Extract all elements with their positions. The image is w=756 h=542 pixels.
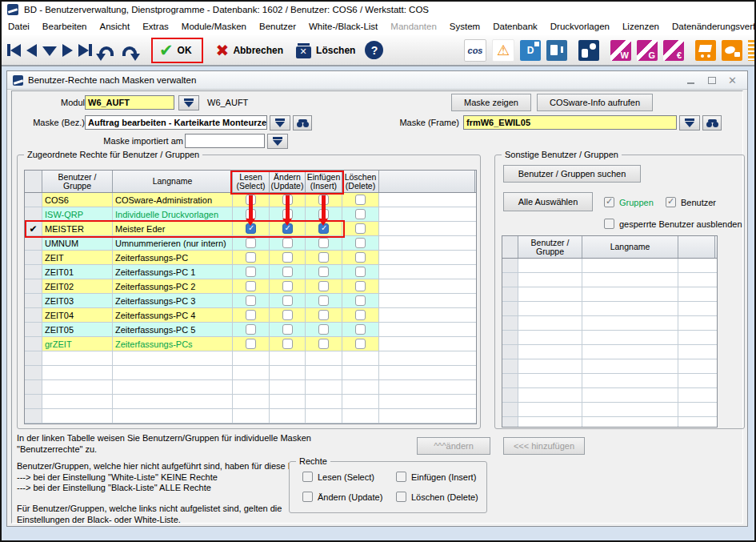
row-loeschen-cell[interactable] bbox=[342, 294, 379, 307]
row-user-cell[interactable] bbox=[42, 366, 113, 379]
row-longname-cell[interactable] bbox=[113, 366, 233, 379]
einfuegen-checkbox[interactable] bbox=[318, 281, 329, 291]
row-loeschen-cell[interactable] bbox=[342, 323, 379, 336]
row-selector-cell[interactable]: ✔ bbox=[25, 222, 42, 235]
row-loeschen-cell[interactable] bbox=[342, 279, 379, 293]
table-row[interactable] bbox=[25, 380, 476, 395]
row-aendern-cell[interactable] bbox=[270, 251, 306, 264]
row-loeschen-cell[interactable] bbox=[342, 265, 379, 279]
aendern-checkbox[interactable] bbox=[282, 223, 293, 234]
aendern-checkbox[interactable] bbox=[282, 295, 293, 306]
aendern-checkbox[interactable] bbox=[282, 310, 293, 320]
other-column-header-3[interactable] bbox=[678, 236, 715, 258]
menu-benutzer[interactable]: Benutzer bbox=[253, 19, 302, 34]
document-d-icon[interactable]: D bbox=[520, 40, 541, 61]
row-lesen-cell[interactable] bbox=[233, 409, 270, 423]
row-lesen-cell[interactable] bbox=[233, 207, 270, 221]
aendern-checkbox[interactable] bbox=[282, 209, 293, 219]
gruppen-checkbox[interactable]: Gruppen bbox=[604, 197, 654, 207]
rights-column-header-2[interactable]: Langname bbox=[113, 171, 233, 192]
empty-table-row[interactable] bbox=[502, 417, 717, 428]
empty-table-row[interactable] bbox=[502, 345, 717, 359]
redo-button[interactable] bbox=[121, 44, 138, 56]
row-aendern-cell[interactable] bbox=[270, 308, 306, 322]
record-dropdown-button[interactable] bbox=[42, 44, 57, 56]
loeschen-checkbox[interactable] bbox=[355, 252, 366, 263]
row-selector-cell[interactable] bbox=[25, 308, 42, 322]
empty-table-row[interactable] bbox=[502, 374, 717, 388]
lesen-checkbox[interactable] bbox=[246, 267, 256, 277]
table-row[interactable]: ISW-QRPIndividuelle Druckvorlagen bbox=[25, 207, 476, 222]
row-selector-cell[interactable] bbox=[25, 207, 42, 221]
wrench-euro-icon[interactable]: € bbox=[663, 40, 684, 61]
menu-white-black-list[interactable]: White-/Black-List bbox=[302, 19, 384, 34]
row-selector-cell[interactable] bbox=[25, 251, 42, 264]
row-lesen-cell[interactable] bbox=[233, 366, 270, 379]
maske-frame-dropdown-button[interactable] bbox=[679, 115, 700, 130]
table-row[interactable]: ZEIT04Zeiterfassungs-PC 4 bbox=[25, 308, 476, 323]
einfuegen-checkbox[interactable] bbox=[318, 195, 329, 205]
row-aendern-cell[interactable] bbox=[270, 395, 306, 408]
loeschen-checkbox[interactable] bbox=[355, 281, 366, 291]
row-loeschen-cell[interactable] bbox=[342, 236, 379, 250]
first-record-button[interactable] bbox=[7, 44, 21, 57]
row-user-cell[interactable] bbox=[42, 380, 113, 394]
einfuegen-checkbox[interactable] bbox=[318, 310, 329, 320]
row-lesen-cell[interactable] bbox=[233, 323, 270, 336]
loeschen-checkbox[interactable] bbox=[355, 223, 366, 234]
row-longname-cell[interactable]: Meister Eder bbox=[113, 222, 233, 235]
rights-column-header-1[interactable]: Benutzer / Gruppe bbox=[42, 171, 113, 192]
row-lesen-cell[interactable] bbox=[233, 193, 270, 207]
row-aendern-cell[interactable] bbox=[270, 193, 306, 207]
table-row[interactable]: ZEIT02Zeiterfassungs-PC 2 bbox=[25, 279, 476, 294]
lesen-checkbox[interactable] bbox=[246, 339, 256, 349]
row-loeschen-cell[interactable] bbox=[342, 351, 379, 365]
row-longname-cell[interactable]: Individuelle Druckvorlagen bbox=[113, 207, 233, 221]
row-selector-cell[interactable] bbox=[25, 380, 42, 394]
row-longname-cell[interactable]: Zeiterfassungs-PC 4 bbox=[113, 308, 233, 322]
row-lesen-cell[interactable] bbox=[233, 395, 270, 408]
minimize-icon[interactable] bbox=[686, 76, 696, 85]
row-selector-cell[interactable] bbox=[25, 279, 42, 293]
row-loeschen-cell[interactable] bbox=[342, 366, 379, 379]
row-aendern-cell[interactable] bbox=[270, 351, 306, 365]
row-einfuegen-cell[interactable] bbox=[306, 251, 342, 264]
row-einfuegen-cell[interactable] bbox=[306, 193, 342, 207]
einfuegen-checkbox[interactable] bbox=[318, 252, 329, 263]
row-loeschen-cell[interactable] bbox=[342, 337, 379, 351]
einfuegen-checkbox[interactable] bbox=[318, 209, 329, 219]
close-icon[interactable]: ✕ bbox=[728, 76, 737, 85]
menu-druckvorlagen[interactable]: Druckvorlagen bbox=[544, 19, 616, 34]
row-user-cell[interactable] bbox=[42, 395, 113, 408]
table-row[interactable] bbox=[25, 409, 476, 424]
row-einfuegen-cell[interactable] bbox=[306, 409, 342, 423]
maske-bez-dropdown-button[interactable] bbox=[270, 115, 290, 130]
import-dropdown-button[interactable] bbox=[267, 134, 288, 149]
row-longname-cell[interactable]: COSware-Administration bbox=[113, 193, 233, 207]
row-aendern-cell[interactable] bbox=[270, 409, 306, 423]
table-row[interactable]: ✔MEISTERMeister Eder bbox=[25, 222, 476, 236]
row-einfuegen-cell[interactable] bbox=[306, 308, 342, 322]
rights-column-header-5[interactable]: Einfügen (Insert) bbox=[306, 171, 342, 192]
row-longname-cell[interactable]: Zeiterfassungs-PC 2 bbox=[113, 279, 233, 293]
table-row[interactable]: ZEIT03Zeiterfassungs-PC 3 bbox=[25, 294, 476, 308]
row-lesen-cell[interactable] bbox=[233, 265, 270, 279]
row-selector-cell[interactable] bbox=[25, 294, 42, 307]
row-aendern-cell[interactable] bbox=[270, 366, 306, 379]
row-user-cell[interactable]: MEISTER bbox=[42, 222, 113, 235]
row-lesen-cell[interactable] bbox=[233, 380, 270, 394]
other-column-header-0[interactable] bbox=[502, 236, 518, 258]
empty-table-row[interactable] bbox=[502, 403, 717, 417]
row-longname-cell[interactable] bbox=[113, 395, 233, 408]
help-button[interactable]: ? bbox=[365, 41, 383, 59]
row-selector-cell[interactable] bbox=[25, 265, 42, 279]
row-user-cell[interactable]: ISW-QRP bbox=[42, 207, 113, 221]
previous-record-button[interactable] bbox=[26, 44, 37, 57]
table-row[interactable]: ZEITZeiterfassungs-PC bbox=[25, 251, 476, 265]
aendern-button[interactable]: ^^^ändern bbox=[417, 437, 490, 455]
einfuegen-checkbox[interactable] bbox=[318, 295, 329, 306]
row-user-cell[interactable]: ZEIT05 bbox=[42, 323, 113, 336]
row-user-cell[interactable]: UMNUM bbox=[42, 236, 113, 250]
lesen-checkbox[interactable] bbox=[246, 281, 256, 291]
rights-column-header-4[interactable]: Ändern (Update) bbox=[270, 171, 306, 192]
